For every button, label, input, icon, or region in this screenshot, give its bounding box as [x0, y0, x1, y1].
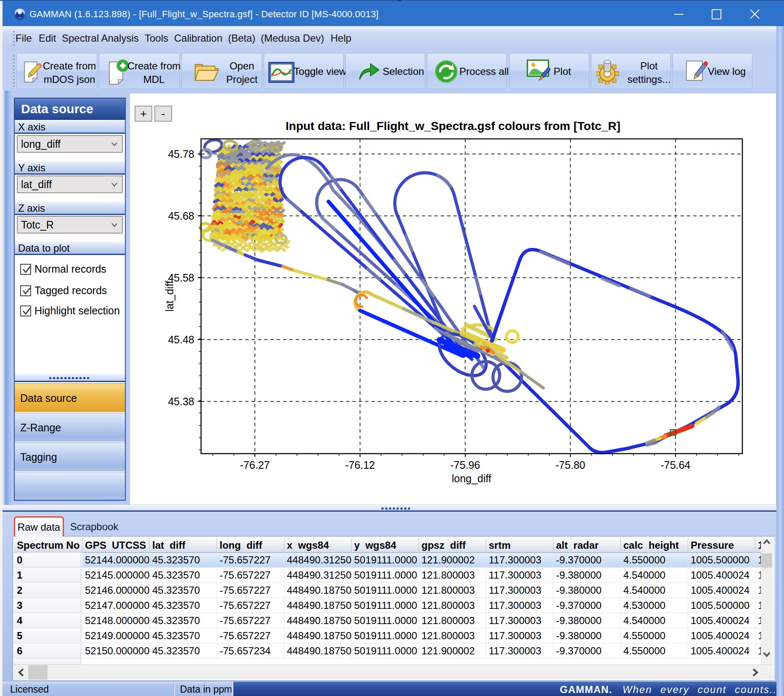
- svg-text:-76.12: -76.12: [345, 459, 375, 471]
- svg-text:45.48: 45.48: [168, 334, 194, 345]
- svg-text:-75.64: -75.64: [661, 459, 691, 471]
- svg-text:45.78: 45.78: [168, 148, 194, 160]
- svg-text:lat_diff: lat_diff: [164, 281, 175, 311]
- svg-text:long_diff: long_diff: [452, 473, 491, 484]
- svg-text:45.68: 45.68: [168, 210, 194, 222]
- svg-text:Input data: Full_Flight_w_Spec: Input data: Full_Flight_w_Spectra.gsf co…: [286, 120, 620, 133]
- svg-text:-76.27: -76.27: [240, 459, 270, 471]
- svg-text:-75.80: -75.80: [556, 459, 585, 471]
- svg-text:-75.96: -75.96: [450, 459, 480, 471]
- svg-text:45.38: 45.38: [168, 396, 194, 407]
